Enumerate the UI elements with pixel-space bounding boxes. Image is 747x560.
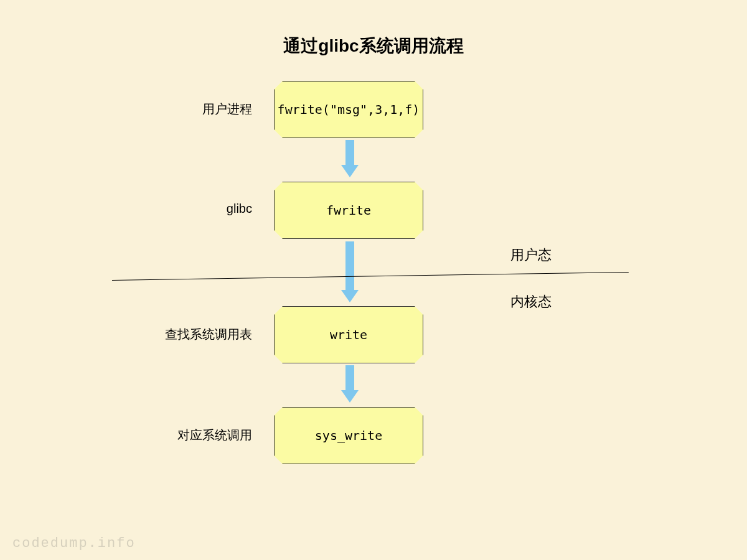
user-kernel-divider	[112, 272, 629, 281]
node-label-text: write	[330, 327, 367, 342]
mode-user: 用户态	[510, 246, 552, 264]
side-label-glibc: glibc	[140, 202, 252, 216]
side-label-user-process: 用户进程	[140, 101, 252, 118]
arrow-1-2	[344, 140, 356, 177]
arrow-3-4	[344, 365, 356, 403]
diagram-title: 通过glibc系统调用流程	[0, 34, 747, 58]
side-label-syscall-table: 查找系统调用表	[140, 326, 252, 343]
node-sys-write: sys_write	[274, 407, 423, 464]
node-write: write	[274, 306, 423, 363]
node-label-text: sys_write	[315, 428, 382, 443]
node-label-text: fwrite("msg",3,1,f)	[278, 102, 420, 117]
node-fwrite: fwrite	[274, 182, 423, 239]
watermark: codedump.info	[12, 536, 136, 551]
node-fwrite-call: fwrite("msg",3,1,f)	[274, 81, 423, 138]
arrow-2-3	[344, 241, 356, 302]
side-label-syscall: 对应系统调用	[140, 427, 252, 444]
mode-kernel: 内核态	[510, 292, 552, 311]
node-label-text: fwrite	[326, 203, 371, 218]
